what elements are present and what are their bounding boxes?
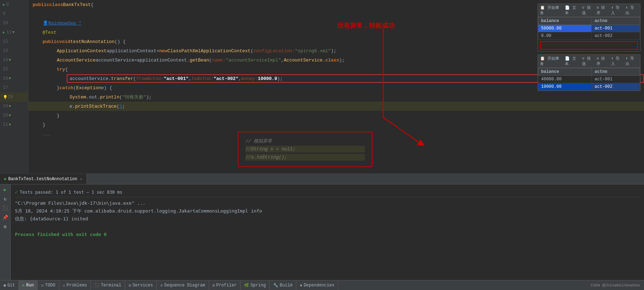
toolbar-start-tx-before[interactable]: 📋 开始事务 (540, 5, 563, 16)
run-tab-icon: ▶ (4, 176, 7, 182)
db-table-before: balance actno 50000.00 act-001 0.00 act-… (538, 17, 640, 40)
toolbar-export-after[interactable]: ⬇ 导出 (626, 56, 638, 66)
line-20: 20 ▼ (0, 111, 28, 120)
sequence-icon: ◇ (160, 283, 163, 288)
toolbar-text-before[interactable]: 📄 文本 (565, 5, 580, 16)
line-18: 💡 18 (0, 92, 28, 102)
status-run[interactable]: ▶ Run (19, 280, 38, 290)
line-21: 21 ▼ (0, 120, 28, 129)
toolbar-sort-after[interactable]: ≡ 排序 (596, 56, 609, 66)
col-actno-before: actno (591, 17, 640, 25)
popup-line3: //s.toString(); (246, 154, 365, 161)
status-todo[interactable]: ☑ TODO (38, 280, 59, 290)
test-pass-text: Tests passed: 1 of 1 test – 1 sec 830 ms (20, 190, 122, 195)
balance-before-1: 50000.00 (538, 25, 592, 32)
db-panel-after-toolbar: 📋 开始事务 📄 文本 ▽ 筛选 ≡ 排序 ⬆ 导入 ⬇ 导出 (538, 55, 640, 68)
status-git[interactable]: ◉ Git (0, 280, 19, 290)
run-tab-close[interactable]: ✕ (80, 177, 82, 181)
output-line-1: "C:\Program Files\Java\jdk-17\bin\java.e… (15, 199, 640, 207)
db-panel-after: 📋 开始事务 📄 文本 ▽ 筛选 ≡ 排序 ⬆ 导入 ⬇ 导出 balance … (538, 54, 640, 91)
balance-before-2: 0.00 (538, 32, 592, 40)
col-balance-before: balance (538, 17, 592, 25)
toolbar-import-after[interactable]: ⬆ 导入 (611, 56, 623, 66)
spring-icon: 🌿 (244, 283, 249, 288)
col-actno-after: actno (591, 68, 640, 76)
toolbar-start-tx-after[interactable]: 📋 开始事务 (540, 56, 563, 66)
db-row-before-1[interactable]: 50000.00 act-001 (538, 25, 640, 32)
todo-icon: ☑ (41, 283, 44, 288)
actno-before-2: act-002 (591, 32, 640, 40)
db-panel-before: 📋 开始事务 📄 文本 ▽ 筛选 ≡ 排序 ⬆ 导入 ⬇ 导出 balance … (538, 4, 640, 52)
balance-after-1: 40000.00 (538, 76, 592, 83)
popup-line2: //String s = null; (246, 146, 365, 152)
line-19: 19 ▼ (0, 102, 28, 111)
run-btn[interactable]: ▶ (1, 186, 9, 194)
collapse-21[interactable]: ▼ (9, 123, 11, 127)
code-line-17: System . out . println ( "转账失败" ); (28, 92, 644, 102)
line-12: 12 (0, 37, 28, 46)
toolbar-filter-after[interactable]: ▽ 筛选 (582, 56, 594, 66)
run-left-toolbar: ▶ ↻ ⬛ 📌 ⚙ (0, 184, 11, 280)
db-panels-container: 📋 开始事务 📄 文本 ▽ 筛选 ≡ 排序 ⬆ 导入 ⬇ 导出 balance … (538, 4, 640, 91)
code-line-18: e . printStackTrace ( ) ; (28, 102, 644, 111)
line-gutter: ▶ 8 9 10 ▶ 11 ▼ 12 13 (0, 0, 28, 173)
line-11: ▶ 11 ▼ (0, 28, 28, 37)
status-sequence[interactable]: ◇ Sequence Diagram (157, 280, 209, 290)
output-line-3: 信息: {dataSource-1} inited (15, 215, 640, 223)
status-services[interactable]: ◎ Services (125, 280, 157, 290)
line-9: 9 (0, 9, 28, 18)
output-line-4 (15, 223, 640, 231)
build-icon: 🔧 (273, 283, 278, 288)
line-10: 10 (0, 18, 28, 28)
run-tab-active[interactable]: ▶ BankTxTest.testNoAnnotation ✕ (0, 174, 87, 184)
db-table-after: balance actno 40000.00 act-001 10000.00 … (538, 68, 640, 91)
toolbar-text-after[interactable]: 📄 文本 (565, 56, 580, 66)
run-tabs: ▶ BankTxTest.testNoAnnotation ✕ (0, 174, 644, 184)
actno-after-2: act-002 (591, 83, 640, 91)
annotation-popup: // 模拟异常 //String s = null; //s.toString(… (238, 131, 373, 167)
line-13: 13 (0, 46, 28, 55)
stop-btn[interactable]: ⬛ (1, 204, 9, 212)
db-row-after-1[interactable]: 40000.00 act-001 (538, 76, 640, 83)
col-balance-after: balance (538, 68, 592, 76)
run-icon-8[interactable]: ▶ (3, 2, 5, 7)
popup-line1: // 模拟异常 (246, 138, 365, 144)
run-icon-11[interactable]: ▶ (3, 30, 5, 34)
status-build[interactable]: 🔧 Build (270, 280, 296, 290)
settings-btn[interactable]: ⚙ (1, 223, 9, 231)
profiler-icon: ◎ (213, 283, 215, 288)
balance-after-2: 10000.00 (538, 83, 592, 91)
status-problems[interactable]: ⚠ Problems (59, 280, 91, 290)
status-dependencies[interactable]: ◈ Dependencies (296, 280, 338, 290)
toolbar-export-before[interactable]: ⬇ 导出 (626, 5, 638, 16)
status-spring[interactable]: 🌿 Spring (241, 280, 270, 290)
status-terminal[interactable]: ⬛ Terminal (91, 280, 125, 290)
bulb-icon-18[interactable]: 💡 (3, 95, 8, 100)
collapse-16[interactable]: ▼ (9, 76, 11, 81)
rerun-btn[interactable]: ↻ (1, 195, 9, 203)
db-row-after-2[interactable]: 10000.00 act-002 (538, 83, 640, 91)
toolbar-filter-before[interactable]: ▽ 筛选 (582, 5, 594, 16)
code-line-20: } (28, 120, 644, 129)
code-line-19: } (28, 111, 644, 120)
actno-before-1: act-001 (591, 25, 640, 32)
dep-icon: ◈ (300, 283, 302, 288)
rainbow-sea-link[interactable]: RainbowSea * (48, 21, 82, 26)
output-line-2: 5月 18, 2024 4:10:25 下午 com.alibaba.druid… (15, 207, 640, 215)
db-row-before-2[interactable]: 0.00 act-002 (538, 32, 640, 40)
run-tab-label: BankTxTest.testNoAnnotation (8, 177, 77, 182)
services-icon: ◎ (129, 283, 131, 288)
line-14: 14 ▼ (0, 55, 28, 65)
collapse-19[interactable]: ▼ (9, 104, 11, 108)
collapse-11[interactable]: ▼ (12, 30, 15, 34)
status-profiler[interactable]: ◎ Profiler (209, 280, 241, 290)
red-annotation-text: 没有异常，转账成功 (337, 21, 395, 30)
run-status-icon: ▶ (22, 283, 25, 288)
collapse-20[interactable]: ▼ (9, 113, 11, 118)
toolbar-sort-before[interactable]: ≡ 排序 (596, 5, 609, 16)
db-panel-before-toolbar: 📋 开始事务 📄 文本 ▽ 筛选 ≡ 排序 ⬆ 导入 ⬇ 导出 (538, 4, 640, 17)
line-17: 17 (0, 83, 28, 92)
toolbar-import-before[interactable]: ⬆ 导入 (611, 5, 623, 16)
collapse-14[interactable]: ▼ (9, 58, 11, 62)
pin-btn[interactable]: 📌 (1, 214, 9, 221)
